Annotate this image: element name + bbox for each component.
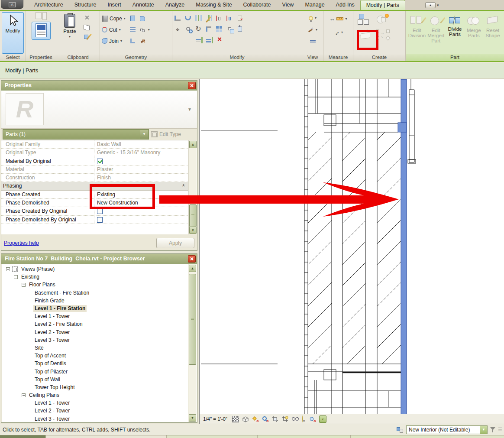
create-assembly-icon[interactable] bbox=[376, 14, 389, 26]
tree-item[interactable]: Top of Wall bbox=[2, 376, 187, 383]
wall-plan-drawing[interactable] bbox=[200, 79, 504, 414]
scrollbar-thumb[interactable] bbox=[189, 274, 196, 365]
checkbox[interactable] bbox=[97, 208, 103, 214]
tree-item[interactable]: Tower Top Height bbox=[2, 383, 187, 391]
delete-icon[interactable] bbox=[217, 37, 222, 43]
property-value[interactable]: » bbox=[94, 182, 188, 190]
tree-item[interactable]: Basement - Fire Station bbox=[2, 289, 187, 297]
unpin-icon[interactable] bbox=[238, 16, 242, 21]
split-element-icon[interactable] bbox=[198, 15, 199, 21]
properties-toggle-button[interactable] bbox=[32, 22, 51, 40]
property-value[interactable]: » bbox=[94, 216, 188, 224]
move-icon[interactable]: ↔↕ bbox=[174, 25, 181, 33]
measure-along-element-button[interactable]: ↔ ▾ bbox=[333, 28, 343, 37]
property-row[interactable]: Construction Finish » bbox=[1, 174, 188, 182]
ribbon-tab[interactable]: View bbox=[277, 0, 300, 10]
ribbon-minimize-control[interactable]: ▴ ▾ bbox=[425, 2, 443, 9]
offset-icon[interactable] bbox=[185, 16, 191, 20]
tree-expander-icon[interactable] bbox=[14, 275, 18, 279]
align-icon[interactable] bbox=[174, 16, 181, 21]
type-preview[interactable]: R ▼ bbox=[1, 91, 197, 129]
application-button[interactable]: A bbox=[1, 0, 23, 9]
ribbon-tab[interactable]: Add-Ins bbox=[330, 0, 360, 10]
beam-joins-icon[interactable] bbox=[139, 15, 146, 22]
tree-expander-icon[interactable] bbox=[22, 283, 26, 287]
trim-extend-multiple-icon[interactable] bbox=[206, 39, 211, 40]
filter-icon[interactable] bbox=[490, 427, 496, 433]
scrollbar-thumb[interactable] bbox=[189, 204, 197, 227]
tree-expander-icon[interactable] bbox=[22, 393, 26, 397]
corner-join-icon[interactable] bbox=[206, 26, 211, 32]
tree-item[interactable]: Ceiling Plans bbox=[2, 391, 187, 399]
reset-shape-button[interactable]: Reset Shape bbox=[483, 12, 502, 54]
scroll-down-icon[interactable]: ▼ bbox=[189, 227, 197, 234]
type-selector[interactable]: Parts (1) ▾ bbox=[3, 130, 149, 139]
properties-title-bar[interactable]: Properties bbox=[1, 81, 197, 91]
tree-item[interactable]: Views (Phase) bbox=[2, 265, 187, 273]
demolish-hammer-icon[interactable] bbox=[139, 37, 146, 45]
cut-geometry-button[interactable]: Cut ▾ bbox=[102, 25, 126, 34]
divide-parts-button[interactable]: Divide Parts bbox=[446, 12, 465, 54]
browser-scrollbar[interactable]: ▲ ▼ bbox=[188, 264, 196, 422]
view-visibility-button[interactable]: ▾ bbox=[309, 13, 317, 23]
scroll-up-icon[interactable]: ▲ bbox=[189, 141, 197, 148]
reveal-hidden-elements-icon[interactable] bbox=[302, 416, 306, 422]
edit-merged-part-button[interactable]: Edit Merged Part bbox=[426, 12, 446, 54]
property-row[interactable]: Original Family Basic Wall » bbox=[1, 140, 188, 149]
ribbon-tab[interactable]: Massing & Site bbox=[190, 0, 237, 10]
tree-item[interactable]: Level 2 - Fire Station bbox=[2, 320, 187, 328]
ribbon-tab[interactable]: Modify | Parts bbox=[360, 0, 405, 10]
modify-button[interactable]: Modify bbox=[2, 12, 24, 54]
chevron-down-icon[interactable]: ▾ bbox=[120, 39, 122, 43]
linework-button[interactable] bbox=[310, 37, 316, 46]
mirror-pick-axis-icon[interactable] bbox=[216, 16, 222, 21]
wall-joins-icon[interactable] bbox=[129, 26, 137, 33]
property-value[interactable]: Generic - 15 3/16" Masonry » bbox=[94, 149, 188, 156]
match-type-properties-icon[interactable] bbox=[83, 33, 90, 40]
tree-item[interactable]: Existing bbox=[2, 273, 187, 281]
tree-item[interactable]: Level 2 - Tower bbox=[2, 328, 187, 336]
pin-icon[interactable] bbox=[238, 26, 242, 32]
create-parts-icon[interactable] bbox=[358, 14, 371, 26]
property-row[interactable]: Phase Created Existing » bbox=[1, 191, 188, 199]
create-part-rectangles-icon[interactable] bbox=[358, 29, 372, 41]
property-value[interactable]: Basic Wall » bbox=[94, 140, 188, 148]
create-views-icon[interactable]: → ↓ → bbox=[376, 29, 391, 41]
property-value[interactable]: Finish » bbox=[94, 174, 188, 182]
properties-help-link[interactable]: Properties help bbox=[4, 240, 39, 246]
tree-expander-icon[interactable] bbox=[6, 267, 10, 271]
chevron-down-icon[interactable]: ▾ bbox=[69, 35, 71, 39]
tree-item[interactable]: Level 2 - Tower bbox=[2, 407, 187, 415]
edit-type-button[interactable]: Edit Type bbox=[151, 131, 181, 137]
property-row[interactable]: Phase Created By Original » bbox=[1, 207, 188, 215]
close-button[interactable] bbox=[188, 82, 196, 89]
worksets-icon[interactable] bbox=[396, 426, 404, 433]
project-browser-title-bar[interactable]: Fire Station No 7_Building_Chela.rvt - P… bbox=[1, 254, 197, 264]
tree-item[interactable]: Floor Plans bbox=[2, 281, 187, 289]
close-button[interactable] bbox=[188, 255, 196, 263]
chevron-down-icon[interactable]: ▾ bbox=[437, 3, 439, 7]
chevron-down-icon[interactable]: ▾ bbox=[148, 28, 150, 32]
tree-item[interactable]: Top of Accent bbox=[2, 352, 187, 360]
checkbox[interactable] bbox=[97, 217, 103, 223]
scroll-down-icon[interactable]: ▼ bbox=[189, 414, 196, 422]
measure-between-refs-button[interactable]: ↔ ▾ bbox=[329, 14, 347, 23]
tree-item[interactable]: Level 3 - Tower bbox=[2, 336, 187, 344]
rotate-icon[interactable]: ↻ bbox=[195, 26, 201, 32]
property-row[interactable]: Phase Demolished By Original » bbox=[1, 216, 188, 224]
collapse-group-icon[interactable]: » bbox=[181, 184, 186, 187]
array-icon[interactable] bbox=[216, 26, 222, 32]
paste-button[interactable]: Paste ▾ bbox=[58, 12, 81, 54]
tree-item[interactable]: Top of Dentils bbox=[2, 360, 187, 367]
ribbon-tab[interactable]: Annotate bbox=[127, 0, 160, 10]
tree-item[interactable]: Top of Pilaster bbox=[2, 367, 187, 375]
show-crop-region-icon[interactable] bbox=[282, 416, 289, 422]
apply-button[interactable]: Apply bbox=[156, 238, 194, 248]
temporary-hide-isolate-icon[interactable] bbox=[292, 416, 299, 422]
merge-parts-button[interactable]: Merge Parts bbox=[464, 12, 483, 54]
edit-division-button[interactable]: Edit Division bbox=[407, 12, 426, 54]
sun-path-off-icon[interactable] bbox=[252, 416, 259, 422]
copy-icon[interactable] bbox=[186, 27, 190, 31]
ribbon-tab[interactable]: Insert bbox=[102, 0, 126, 10]
cut-to-clipboard-icon[interactable] bbox=[83, 14, 90, 21]
